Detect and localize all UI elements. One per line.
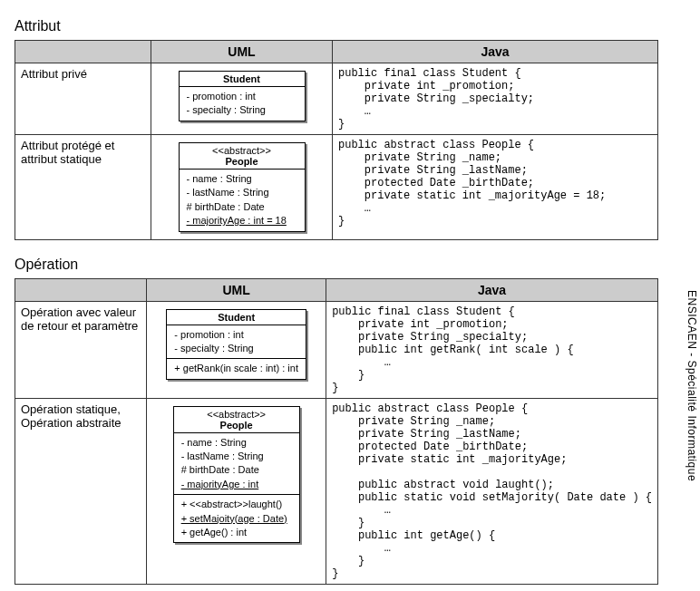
uml-op: + getRank(in scale : int) : int (174, 362, 298, 375)
uml-op: + getAge() : int (181, 526, 292, 539)
table-row: Opération statique, Opération abstraite … (15, 398, 658, 584)
uml-attrs: - name : String - lastName : String # bi… (174, 433, 299, 496)
header-java: Java (326, 278, 658, 301)
header-blank (15, 278, 147, 301)
java-cell: public abstract class People { private S… (326, 398, 658, 584)
header-java: Java (333, 41, 658, 63)
table-row: Opération avec valeur de retour et param… (15, 301, 658, 398)
table-attribut: UML Java Attribut privé Student - promot… (15, 40, 658, 240)
header-uml: UML (147, 278, 326, 301)
row-label: Opération statique, Opération abstraite (15, 398, 147, 584)
uml-attr: - promotion : int (174, 328, 298, 342)
row-label: Attribut protégé et attribut statique (15, 135, 151, 240)
uml-attr: - name : String (187, 172, 297, 186)
uml-attr: - specialty : String (187, 103, 297, 117)
row-label: Attribut privé (15, 63, 151, 135)
java-cell: public abstract class People { private S… (333, 135, 658, 240)
uml-op-static: + setMajoity(age : Date) (181, 512, 292, 526)
uml-attr: - lastName : String (181, 450, 292, 463)
uml-attr: # birthDate : Date (187, 200, 297, 214)
uml-cell: Student - promotion : int - specialty : … (151, 63, 333, 135)
uml-cell: <<abstract>> People - name : String - la… (147, 398, 326, 584)
uml-cell: <<abstract>> People - name : String - la… (151, 135, 333, 240)
uml-class-name: People (220, 420, 253, 431)
uml-class-name: People (225, 156, 258, 167)
uml-attr-static: - majorityAge : int (181, 478, 292, 491)
section-title-operation: Opération (15, 257, 685, 273)
uml-ops: + <<abstract>>laught() + setMajoity(age … (174, 495, 299, 542)
uml-attrs: - name : String - lastName : String # bi… (180, 170, 305, 231)
uml-attr: - promotion : int (187, 90, 297, 103)
uml-class-name: Student (223, 73, 260, 84)
uml-attrs: - promotion : int - specialty : String (167, 325, 306, 360)
table-row: Attribut privé Student - promotion : int… (15, 63, 658, 135)
table-row: Attribut protégé et attribut statique <<… (15, 135, 658, 240)
uml-cell: Student - promotion : int - specialty : … (147, 301, 326, 398)
row-label: Opération avec valeur de retour et param… (15, 301, 147, 398)
java-cell: public final class Student { private int… (333, 63, 658, 135)
uml-class-people: <<abstract>> People - name : String - la… (179, 142, 306, 232)
uml-attrs: - promotion : int - specialty : String (180, 87, 305, 121)
uml-attr: - lastName : String (187, 186, 297, 199)
uml-class-student: Student - promotion : int - specialty : … (179, 71, 306, 121)
uml-class-student: Student - promotion : int - specialty : … (166, 309, 306, 380)
side-text: ENSICAEN - Spécialité Informatique (685, 290, 698, 481)
uml-class-people: <<abstract>> People - name : String - la… (173, 406, 300, 544)
uml-attr: - name : String (181, 436, 292, 450)
uml-attr-static: - majorityAge : int = 18 (187, 214, 297, 228)
uml-class-name: Student (218, 312, 255, 323)
uml-ops: + getRank(in scale : int) : int (167, 359, 306, 378)
uml-attr: # birthDate : Date (181, 463, 292, 477)
uml-attr: - specialty : String (174, 342, 298, 355)
header-blank (15, 41, 151, 63)
table-operation: UML Java Opération avec valeur de retour… (15, 278, 658, 585)
section-title-attribut: Attribut (15, 18, 685, 34)
uml-op: + <<abstract>>laught() (181, 498, 292, 511)
uml-stereotype: <<abstract>> (207, 409, 266, 420)
java-cell: public final class Student { private int… (326, 301, 658, 398)
uml-stereotype: <<abstract>> (212, 145, 271, 156)
header-uml: UML (151, 41, 333, 63)
